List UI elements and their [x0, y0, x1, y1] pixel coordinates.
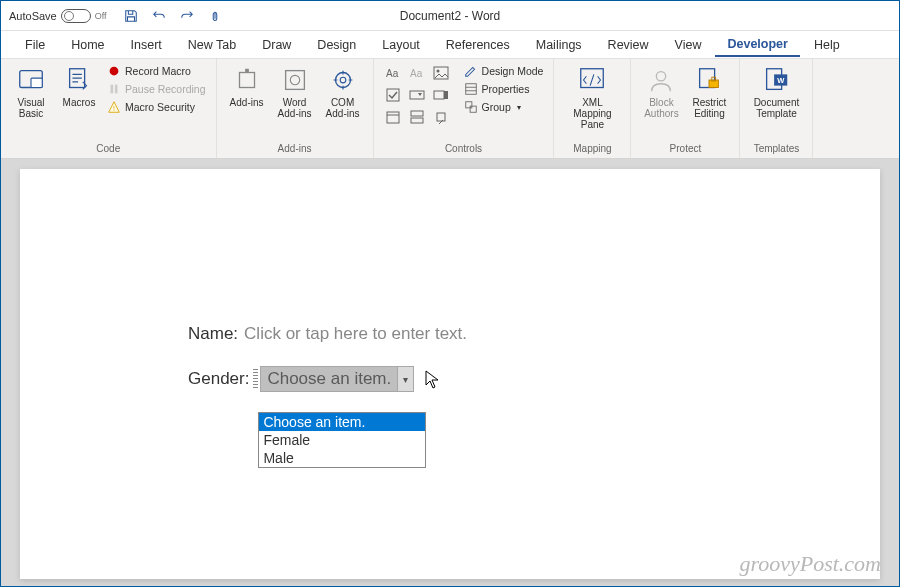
title-bar: AutoSave Off Document2 - Word: [1, 1, 899, 31]
dropdown-control-icon[interactable]: [430, 85, 452, 105]
controls-gallery-row1: Aa Aa: [382, 63, 452, 83]
plain-text-control-icon[interactable]: Aa: [406, 63, 428, 83]
svg-rect-17: [387, 89, 399, 101]
tab-draw[interactable]: Draw: [250, 34, 303, 56]
visual-basic-button[interactable]: Visual Basic: [9, 63, 53, 121]
tab-mailings[interactable]: Mailings: [524, 34, 594, 56]
record-macro-button[interactable]: Record Macro: [105, 63, 208, 79]
controls-gallery-row2: [382, 85, 452, 105]
group-templates: W Document Template Templates: [740, 59, 813, 158]
design-mode-button[interactable]: Design Mode: [462, 63, 546, 79]
svg-rect-8: [245, 69, 249, 73]
tab-developer[interactable]: Developer: [715, 33, 799, 57]
combo-selected-value: Choose an item.: [260, 366, 398, 392]
xml-mapping-pane-button[interactable]: XML Mapping Pane: [562, 63, 622, 132]
workspace: Name: Click or tap here to enter text. G…: [1, 159, 899, 587]
svg-rect-25: [437, 113, 445, 121]
svg-rect-26: [465, 84, 476, 95]
document-page[interactable]: Name: Click or tap here to enter text. G…: [20, 169, 880, 579]
svg-point-32: [657, 72, 666, 81]
toggle-track: [61, 9, 91, 23]
tab-view[interactable]: View: [663, 34, 714, 56]
macro-security-button[interactable]: !Macro Security: [105, 99, 208, 115]
controls-gallery-row3: [382, 107, 452, 127]
word-addins-button[interactable]: Word Add-ins: [273, 63, 317, 121]
svg-rect-4: [111, 85, 114, 94]
svg-point-3: [110, 67, 119, 76]
svg-point-12: [340, 77, 346, 83]
tab-design[interactable]: Design: [305, 34, 368, 56]
name-placeholder[interactable]: Click or tap here to enter text.: [244, 324, 467, 344]
svg-point-10: [290, 75, 299, 84]
control-handle-icon[interactable]: [253, 369, 258, 389]
combo-dropdown-arrow-icon[interactable]: ▾: [398, 366, 414, 392]
window-title: Document2 - Word: [400, 9, 500, 23]
pause-recording-button: Pause Recording: [105, 81, 208, 97]
mouse-cursor-icon: [425, 370, 441, 390]
group-controls: Aa Aa Design Mode Properties G: [374, 59, 555, 158]
svg-text:!: !: [113, 105, 115, 112]
group-button[interactable]: Group▾: [462, 99, 546, 115]
tab-references[interactable]: References: [434, 34, 522, 56]
watermark: groovyPost.com: [739, 551, 881, 577]
svg-text:Aa: Aa: [386, 68, 399, 79]
document-template-button[interactable]: W Document Template: [748, 63, 804, 121]
svg-rect-31: [581, 69, 604, 88]
redo-icon[interactable]: [179, 8, 195, 24]
date-picker-control-icon[interactable]: [382, 107, 404, 127]
group-protect: Block Authors Restrict Editing Protect: [631, 59, 740, 158]
svg-rect-21: [387, 112, 399, 123]
svg-rect-30: [470, 106, 476, 112]
svg-point-11: [335, 73, 350, 88]
autosave-state: Off: [95, 11, 107, 21]
checkbox-control-icon[interactable]: [382, 85, 404, 105]
group-mapping: XML Mapping Pane Mapping: [554, 59, 631, 158]
autosave-label: AutoSave: [9, 10, 57, 22]
tab-layout[interactable]: Layout: [370, 34, 432, 56]
svg-rect-24: [411, 118, 423, 123]
tab-review[interactable]: Review: [596, 34, 661, 56]
tab-file[interactable]: File: [13, 34, 57, 56]
restrict-editing-button[interactable]: Restrict Editing: [687, 63, 731, 121]
touch-mouse-icon[interactable]: [207, 8, 223, 24]
tab-newtab[interactable]: New Tab: [176, 34, 248, 56]
block-authors-button[interactable]: Block Authors: [639, 63, 683, 121]
dropdown-option-placeholder[interactable]: Choose an item.: [259, 413, 425, 431]
name-label: Name:: [188, 324, 238, 344]
group-addins: Add-ins Word Add-ins COM Add-ins Add-ins: [217, 59, 374, 158]
repeating-section-control-icon[interactable]: [406, 107, 428, 127]
legacy-tools-icon[interactable]: [430, 107, 452, 127]
combobox-control-icon[interactable]: [406, 85, 428, 105]
svg-rect-7: [239, 73, 254, 88]
svg-rect-29: [465, 102, 471, 108]
gender-combo[interactable]: Choose an item. ▾ Choose an item. Female…: [253, 366, 414, 392]
dropdown-option-female[interactable]: Female: [259, 431, 425, 449]
svg-rect-5: [115, 85, 118, 94]
name-field-row: Name: Click or tap here to enter text.: [188, 324, 880, 344]
properties-button[interactable]: Properties: [462, 81, 546, 97]
tab-help[interactable]: Help: [802, 34, 852, 56]
toggle-knob: [64, 11, 74, 21]
addins-button[interactable]: Add-ins: [225, 63, 269, 110]
ribbon: Visual Basic Macros Record Macro Pause R…: [1, 59, 899, 159]
ribbon-tabs: File Home Insert New Tab Draw Design Lay…: [1, 31, 899, 59]
picture-control-icon[interactable]: [430, 63, 452, 83]
quick-access-toolbar: [123, 8, 223, 24]
save-icon[interactable]: [123, 8, 139, 24]
macros-button[interactable]: Macros: [57, 63, 101, 110]
rich-text-control-icon[interactable]: Aa: [382, 63, 404, 83]
svg-point-16: [436, 70, 439, 73]
gender-field-row: Gender: Choose an item. ▾ Choose an item…: [188, 366, 880, 392]
undo-icon[interactable]: [151, 8, 167, 24]
tab-home[interactable]: Home: [59, 34, 116, 56]
svg-rect-20: [444, 91, 448, 99]
com-addins-button[interactable]: COM Add-ins: [321, 63, 365, 121]
svg-rect-19: [434, 91, 444, 99]
gender-label: Gender:: [188, 369, 249, 389]
svg-rect-18: [410, 91, 424, 99]
tab-insert[interactable]: Insert: [119, 34, 174, 56]
group-code: Visual Basic Macros Record Macro Pause R…: [1, 59, 217, 158]
dropdown-option-male[interactable]: Male: [259, 449, 425, 467]
autosave-toggle[interactable]: AutoSave Off: [9, 9, 107, 23]
svg-text:Aa: Aa: [410, 68, 423, 79]
